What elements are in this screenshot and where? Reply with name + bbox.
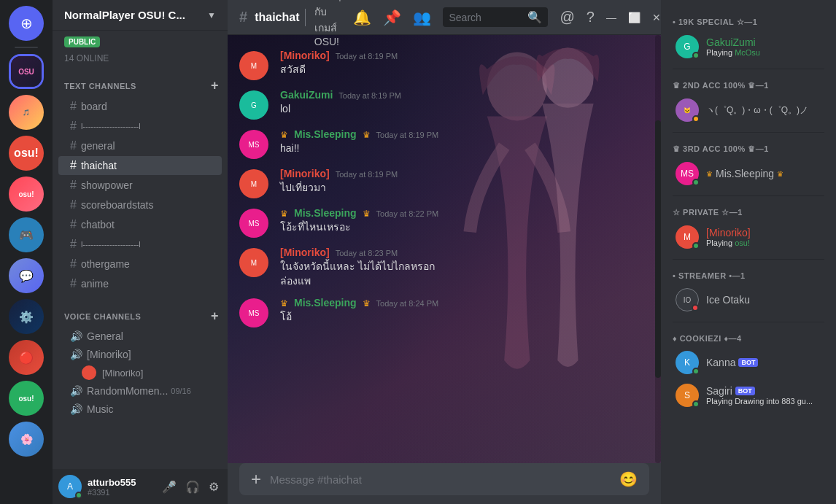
- server-icon-5[interactable]: 💬: [9, 258, 44, 293]
- server-icon-2[interactable]: osu!: [9, 136, 44, 171]
- speaker-icon: 🔊: [70, 403, 82, 415]
- voice-channels-header[interactable]: VOICE CHANNELS +: [53, 309, 228, 327]
- dm-icon[interactable]: ⊕: [9, 6, 44, 41]
- voice-channel-general[interactable]: 🔊 General: [58, 327, 222, 345]
- message-text: สวัสดี: [280, 63, 643, 77]
- search-input[interactable]: [449, 12, 522, 23]
- voice-channel-music[interactable]: 🔊 Music: [58, 400, 222, 418]
- channel-board[interactable]: # board: [58, 97, 222, 116]
- header-icons: 🔔 📌 👥 🔍 @ ? — ⬜ ✕: [353, 7, 660, 27]
- speaker-icon: 🔊: [70, 385, 82, 397]
- member-section-2nd-acc: ♛ 2ND ACC 100% ♛—1: [661, 75, 836, 93]
- channel-divider1[interactable]: # l---------------------l: [58, 117, 222, 136]
- message-text: hai!!: [280, 141, 643, 156]
- server-icon-7[interactable]: 🔴: [9, 340, 44, 375]
- chat-messages[interactable]: M [Minoriko] Today at 8:19 PM สวัสดี G G…: [228, 35, 655, 463]
- hash-icon: #: [70, 120, 77, 133]
- hash-icon: #: [70, 257, 77, 271]
- server-icon-3[interactable]: osu!: [9, 177, 44, 212]
- server-icon-6[interactable]: ⚙️: [9, 299, 44, 334]
- crown-icon: ♛: [706, 170, 713, 178]
- deafen-headphone-icon[interactable]: 🎧: [182, 478, 203, 495]
- section-divider: [673, 322, 824, 322]
- member-item-anon1[interactable]: 🐱 ヽ(゜Q。)・ω・(゜Q。)ノ: [667, 94, 830, 126]
- member-name: GakuiZumi: [706, 36, 824, 48]
- section-divider: [673, 69, 824, 69]
- emoji-picker-icon[interactable]: 😊: [619, 470, 638, 488]
- channel-thaichat[interactable]: # thaichat: [58, 156, 222, 175]
- channel-name: anime: [81, 278, 109, 290]
- channel-othergame[interactable]: # othergame: [58, 255, 222, 274]
- user-info: atturbo555 #3391: [88, 477, 153, 497]
- crown-icon: ♛: [280, 298, 288, 309]
- members-icon[interactable]: 👥: [413, 9, 431, 26]
- at-mention-icon[interactable]: @: [560, 9, 574, 26]
- message-avatar: M: [239, 169, 268, 198]
- mute-microphone-icon[interactable]: 🎤: [159, 478, 179, 495]
- bell-icon[interactable]: 🔔: [353, 9, 371, 26]
- message-text: โอ้ะที่ไหนเหรอะ: [280, 220, 643, 235]
- server-icon-4[interactable]: 🎮: [9, 217, 44, 252]
- server-icon-1[interactable]: 🎵: [9, 95, 44, 130]
- member-info: ヽ(゜Q。)・ω・(゜Q。)ノ: [706, 104, 824, 117]
- channel-chatbot[interactable]: # chatbot: [58, 215, 222, 234]
- text-channels-header[interactable]: TEXT CHANNELS +: [53, 78, 228, 96]
- hash-icon: #: [70, 159, 77, 172]
- channel-anime[interactable]: # anime: [58, 274, 222, 293]
- message-author[interactable]: Mis.Sleeping: [294, 207, 357, 219]
- maximize-icon[interactable]: ⬜: [628, 12, 640, 23]
- user-settings-icon[interactable]: ⚙: [206, 478, 222, 495]
- scrollbar-thumb[interactable]: [655, 120, 661, 377]
- member-item-sagiri[interactable]: S Sagiri BOT Playing Drawing into 883 gu…: [667, 379, 830, 411]
- channel-scoreboardstats[interactable]: # scoreboardstats: [58, 195, 222, 214]
- voice-channel-randommomen[interactable]: 🔊 RandomMomen... 09/16: [58, 382, 222, 400]
- member-item-kanna[interactable]: K Kanna BOT: [667, 346, 830, 379]
- member-item-ice-otaku[interactable]: IO Ice Otaku: [667, 284, 830, 316]
- message-text: โอ้: [280, 310, 643, 325]
- message-group: MS ♛ Mis.Sleeping ♛ Today at 8:24 PM โอ้: [228, 294, 655, 330]
- message-group: M [Minoriko] Today at 8:23 PM ในจังหวัดน…: [228, 244, 655, 291]
- message-author[interactable]: GakuiZumi: [280, 89, 333, 101]
- minimize-icon[interactable]: —: [606, 12, 616, 23]
- member-info: GakuiZumi Playing McOsu: [706, 36, 824, 57]
- message-input[interactable]: [270, 465, 611, 494]
- add-voice-channel-icon[interactable]: +: [208, 309, 222, 324]
- message-author[interactable]: [Minoriko]: [280, 168, 330, 179]
- server-icon-osu[interactable]: OSU: [9, 54, 44, 89]
- voice-channel-minoriko[interactable]: 🔊 [Minoriko]: [58, 346, 222, 363]
- message-author[interactable]: Mis.Sleeping: [294, 297, 357, 309]
- server-icon-9[interactable]: 🌸: [9, 422, 44, 457]
- search-bar[interactable]: 🔍: [443, 7, 548, 27]
- hash-large-icon: #: [239, 9, 247, 26]
- message-text: lol: [280, 102, 643, 117]
- chevron-down-icon: ▼: [207, 10, 216, 20]
- channel-general[interactable]: # general: [58, 136, 222, 155]
- member-item-missleeping[interactable]: MS ♛ Mis.Sleeping ♛: [667, 158, 830, 190]
- status-online-dot: [692, 179, 700, 186]
- member-item-gakuizumi[interactable]: G GakuiZumi Playing McOsu: [667, 31, 830, 63]
- channel-name: showpower: [81, 179, 133, 191]
- status-dnd-dot: [692, 304, 699, 311]
- message-author[interactable]: [Minoriko]: [280, 50, 330, 61]
- speaker-icon: 🔊: [70, 330, 82, 342]
- chat-background: M [Minoriko] Today at 8:19 PM สวัสดี G G…: [228, 35, 661, 463]
- user-avatar-initial: A: [67, 481, 73, 492]
- channel-showpower[interactable]: # showpower: [58, 176, 222, 195]
- hash-icon: #: [70, 100, 77, 113]
- add-channel-icon[interactable]: +: [208, 78, 222, 93]
- server-header[interactable]: NormalPlayer OSU! C... ▼: [53, 0, 228, 31]
- help-icon[interactable]: ?: [587, 9, 595, 26]
- voice-user-minoriko[interactable]: [Minoriko]: [58, 364, 222, 381]
- crown-icon: ♛: [777, 170, 783, 178]
- add-attachment-icon[interactable]: +: [251, 463, 261, 495]
- close-icon[interactable]: ✕: [652, 12, 661, 23]
- member-item-minoriko[interactable]: M [Minoriko] Playing osu!: [667, 221, 830, 253]
- pin-icon[interactable]: 📌: [383, 9, 401, 26]
- message-author[interactable]: [Minoriko]: [280, 247, 330, 258]
- message-avatar: MS: [239, 130, 268, 159]
- channel-divider2[interactable]: # l---------------------l: [58, 235, 222, 254]
- speaker-icon: 🔊: [70, 349, 82, 360]
- section-divider: [673, 195, 824, 196]
- server-icon-8[interactable]: osu!: [9, 381, 44, 416]
- message-author[interactable]: Mis.Sleeping: [294, 128, 357, 140]
